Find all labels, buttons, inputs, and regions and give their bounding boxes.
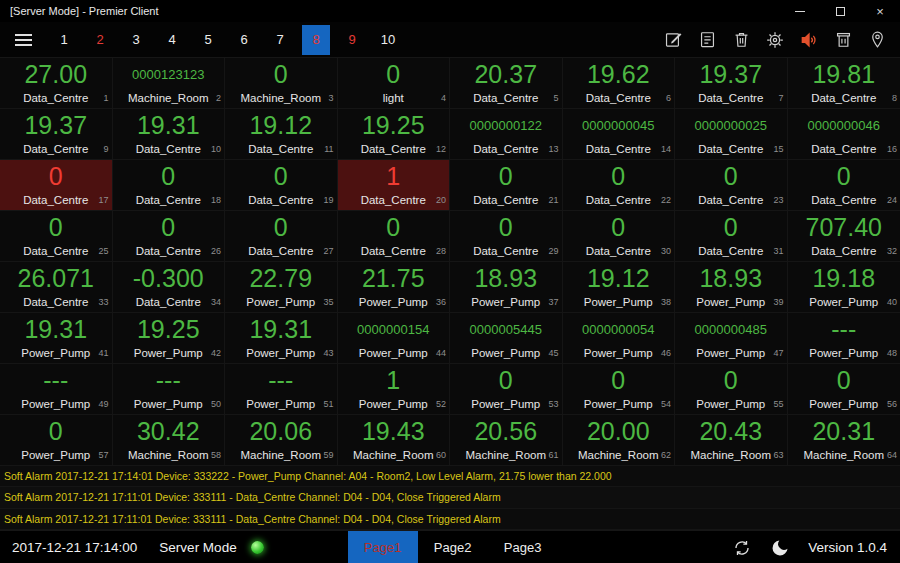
channel-tile-64[interactable]: 20.31Machine_Room64 bbox=[788, 415, 900, 466]
page-number-6[interactable]: 6 bbox=[230, 25, 258, 55]
channel-tile-12[interactable]: 19.25Data_Centre12 bbox=[338, 109, 451, 160]
tab-page1[interactable]: Page1 bbox=[348, 531, 418, 563]
channel-tile-18[interactable]: 0Data_Centre18 bbox=[113, 160, 226, 211]
channel-tile-25[interactable]: 0Data_Centre25 bbox=[0, 211, 113, 262]
channel-tile-35[interactable]: 22.79Power_Pump35 bbox=[225, 262, 338, 313]
page-number-4[interactable]: 4 bbox=[158, 25, 186, 55]
tile-label: Power_Pump bbox=[788, 296, 900, 308]
page-number-9[interactable]: 9 bbox=[338, 25, 366, 55]
channel-tile-19[interactable]: 0Data_Centre19 bbox=[225, 160, 338, 211]
page-number-7[interactable]: 7 bbox=[266, 25, 294, 55]
channel-tile-60[interactable]: 19.43Machine_Room60 bbox=[338, 415, 451, 466]
delete-button[interactable] bbox=[724, 25, 758, 55]
channel-tile-30[interactable]: 0Data_Centre30 bbox=[563, 211, 676, 262]
channel-tile-57[interactable]: 0Power_Pump57 bbox=[0, 415, 113, 466]
channel-tile-4[interactable]: 0light4 bbox=[338, 58, 451, 109]
switch-page-button[interactable] bbox=[730, 536, 754, 560]
channel-tile-59[interactable]: 20.06Machine_Room59 bbox=[225, 415, 338, 466]
channel-tile-10[interactable]: 19.31Data_Centre10 bbox=[113, 109, 226, 160]
channel-tile-15[interactable]: 0000000025Data_Centre15 bbox=[675, 109, 788, 160]
channel-tile-28[interactable]: 0Data_Centre28 bbox=[338, 211, 451, 262]
minimize-button[interactable] bbox=[780, 0, 820, 22]
channel-tile-14[interactable]: 0000000045Data_Centre14 bbox=[563, 109, 676, 160]
channel-tile-31[interactable]: 0Data_Centre31 bbox=[675, 211, 788, 262]
channel-tile-53[interactable]: 0Power_Pump53 bbox=[450, 364, 563, 415]
channel-tile-29[interactable]: 0Data_Centre29 bbox=[450, 211, 563, 262]
channel-tile-41[interactable]: 19.31Power_Pump41 bbox=[0, 313, 113, 364]
alarm-row[interactable]: Soft Alarm 2017-12-21 17:11:01 Device: 3… bbox=[0, 487, 900, 508]
location-button[interactable] bbox=[860, 25, 894, 55]
page-number-8[interactable]: 8 bbox=[302, 25, 330, 55]
channel-tile-42[interactable]: 19.25Power_Pump42 bbox=[113, 313, 226, 364]
channel-tile-47[interactable]: 0000000485Power_Pump47 bbox=[675, 313, 788, 364]
channel-tile-2[interactable]: 0000123123Machine_Room2 bbox=[113, 58, 226, 109]
clear-alarm-button[interactable] bbox=[826, 25, 860, 55]
alarm-row[interactable]: Soft Alarm 2017-12-21 17:14:01 Device: 3… bbox=[0, 466, 900, 487]
alarm-row[interactable]: Soft Alarm 2017-12-21 17:11:01 Device: 3… bbox=[0, 509, 900, 530]
channel-tile-22[interactable]: 0Data_Centre22 bbox=[563, 160, 676, 211]
page-number-1[interactable]: 1 bbox=[50, 25, 78, 55]
channel-tile-52[interactable]: 1Power_Pump52 bbox=[338, 364, 451, 415]
channel-tile-34[interactable]: -0.300Data_Centre34 bbox=[113, 262, 226, 313]
channel-tile-50[interactable]: ---Power_Pump50 bbox=[113, 364, 226, 415]
settings-button[interactable] bbox=[758, 25, 792, 55]
tile-index: 18 bbox=[211, 195, 221, 205]
channel-tile-56[interactable]: 0Power_Pump56 bbox=[788, 364, 900, 415]
channel-tile-45[interactable]: 0000005445Power_Pump45 bbox=[450, 313, 563, 364]
channel-tile-26[interactable]: 0Data_Centre26 bbox=[113, 211, 226, 262]
channel-tile-54[interactable]: 0Power_Pump54 bbox=[563, 364, 676, 415]
channel-tile-55[interactable]: 0Power_Pump55 bbox=[675, 364, 788, 415]
channel-tile-38[interactable]: 19.12Power_Pump38 bbox=[563, 262, 676, 313]
tile-index: 33 bbox=[98, 297, 108, 307]
tile-value: 0 bbox=[225, 212, 337, 242]
channel-tile-48[interactable]: ---Power_Pump48 bbox=[788, 313, 900, 364]
page-number-5[interactable]: 5 bbox=[194, 25, 222, 55]
channel-tile-49[interactable]: ---Power_Pump49 bbox=[0, 364, 113, 415]
page-number-3[interactable]: 3 bbox=[122, 25, 150, 55]
page-number-10[interactable]: 10 bbox=[374, 25, 402, 55]
menu-button[interactable] bbox=[0, 22, 46, 57]
audio-alarm-button[interactable] bbox=[792, 25, 826, 55]
close-button[interactable]: × bbox=[860, 0, 900, 22]
channel-tile-37[interactable]: 18.93Power_Pump37 bbox=[450, 262, 563, 313]
channel-tile-33[interactable]: 26.071Data_Centre33 bbox=[0, 262, 113, 313]
channel-tile-1[interactable]: 27.00Data_Centre1 bbox=[0, 58, 113, 109]
maximize-button[interactable] bbox=[820, 0, 860, 22]
notes-button[interactable] bbox=[690, 25, 724, 55]
channel-tile-6[interactable]: 19.62Data_Centre6 bbox=[563, 58, 676, 109]
channel-tile-3[interactable]: 0Machine_Room3 bbox=[225, 58, 338, 109]
tab-page2[interactable]: Page2 bbox=[418, 531, 488, 563]
channel-tile-9[interactable]: 19.37Data_Centre9 bbox=[0, 109, 113, 160]
channel-tile-46[interactable]: 0000000054Power_Pump46 bbox=[563, 313, 676, 364]
channel-tile-36[interactable]: 21.75Power_Pump36 bbox=[338, 262, 451, 313]
channel-tile-39[interactable]: 18.93Power_Pump39 bbox=[675, 262, 788, 313]
channel-tile-40[interactable]: 19.18Power_Pump40 bbox=[788, 262, 900, 313]
channel-tile-51[interactable]: ---Power_Pump51 bbox=[225, 364, 338, 415]
channel-tile-11[interactable]: 19.12Data_Centre11 bbox=[225, 109, 338, 160]
tile-value: 0 bbox=[450, 212, 562, 242]
channel-tile-32[interactable]: 707.40Data_Centre32 bbox=[788, 211, 900, 262]
channel-tile-7[interactable]: 19.37Data_Centre7 bbox=[675, 58, 788, 109]
channel-tile-16[interactable]: 0000000046Data_Centre16 bbox=[788, 109, 900, 160]
channel-tile-58[interactable]: 30.42Machine_Room58 bbox=[113, 415, 226, 466]
channel-tile-43[interactable]: 19.31Power_Pump43 bbox=[225, 313, 338, 364]
version-label: Version 1.0.4 bbox=[808, 540, 887, 555]
channel-tile-13[interactable]: 0000000122Data_Centre13 bbox=[450, 109, 563, 160]
channel-tile-24[interactable]: 0Data_Centre24 bbox=[788, 160, 900, 211]
page-number-2[interactable]: 2 bbox=[86, 25, 114, 55]
channel-tile-17[interactable]: 0Data_Centre17 bbox=[0, 160, 113, 211]
tab-page3[interactable]: Page3 bbox=[488, 531, 558, 563]
edit-button[interactable] bbox=[656, 25, 690, 55]
tile-value: 19.31 bbox=[225, 314, 337, 344]
channel-tile-23[interactable]: 0Data_Centre23 bbox=[675, 160, 788, 211]
channel-tile-20[interactable]: 1Data_Centre20 bbox=[338, 160, 451, 211]
channel-tile-8[interactable]: 19.81Data_Centre8 bbox=[788, 58, 900, 109]
channel-tile-27[interactable]: 0Data_Centre27 bbox=[225, 211, 338, 262]
channel-tile-63[interactable]: 20.43Machine_Room63 bbox=[675, 415, 788, 466]
channel-tile-5[interactable]: 20.37Data_Centre5 bbox=[450, 58, 563, 109]
channel-tile-44[interactable]: 0000000154Power_Pump44 bbox=[338, 313, 451, 364]
channel-tile-21[interactable]: 0Data_Centre21 bbox=[450, 160, 563, 211]
night-mode-button[interactable] bbox=[768, 536, 792, 560]
channel-tile-61[interactable]: 20.56Machine_Room61 bbox=[450, 415, 563, 466]
channel-tile-62[interactable]: 20.00Machine_Room62 bbox=[563, 415, 676, 466]
